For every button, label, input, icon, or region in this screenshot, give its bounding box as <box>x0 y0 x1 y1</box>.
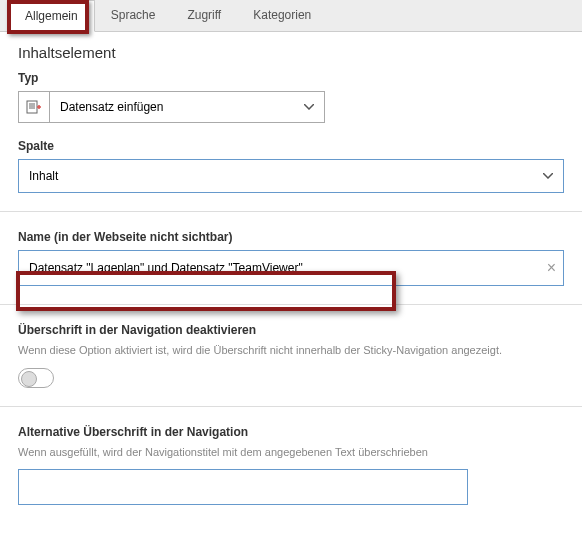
tab-kategorien[interactable]: Kategorien <box>237 0 327 31</box>
nav-disable-toggle[interactable] <box>18 368 54 388</box>
tab-bar: Allgemein Sprache Zugriff Kategorien <box>0 0 582 32</box>
tab-allgemein[interactable]: Allgemein <box>8 0 95 32</box>
alt-heading-help: Wenn ausgefüllt, wird der Navigationstit… <box>18 445 564 460</box>
nav-disable-label: Überschrift in der Navigation deaktivier… <box>18 323 564 337</box>
svg-rect-0 <box>27 101 37 113</box>
spalte-label: Spalte <box>18 139 564 153</box>
record-insert-icon <box>18 91 50 123</box>
spalte-select[interactable]: Inhalt <box>18 159 564 193</box>
divider <box>0 211 582 212</box>
divider <box>0 304 582 305</box>
divider <box>0 406 582 407</box>
section-title: Inhaltselement <box>18 44 564 61</box>
typ-label: Typ <box>18 71 564 85</box>
typ-select[interactable]: Datensatz einfügen <box>50 91 325 123</box>
name-label: Name (in der Webseite nicht sichtbar) <box>18 230 564 244</box>
tab-zugriff[interactable]: Zugriff <box>171 0 237 31</box>
name-input[interactable] <box>18 250 564 286</box>
tab-sprache[interactable]: Sprache <box>95 0 172 31</box>
nav-disable-help: Wenn diese Option aktiviert ist, wird di… <box>18 343 564 358</box>
clear-icon[interactable]: × <box>547 259 556 277</box>
alt-heading-input[interactable] <box>18 469 468 505</box>
alt-heading-label: Alternative Überschrift in der Navigatio… <box>18 425 564 439</box>
